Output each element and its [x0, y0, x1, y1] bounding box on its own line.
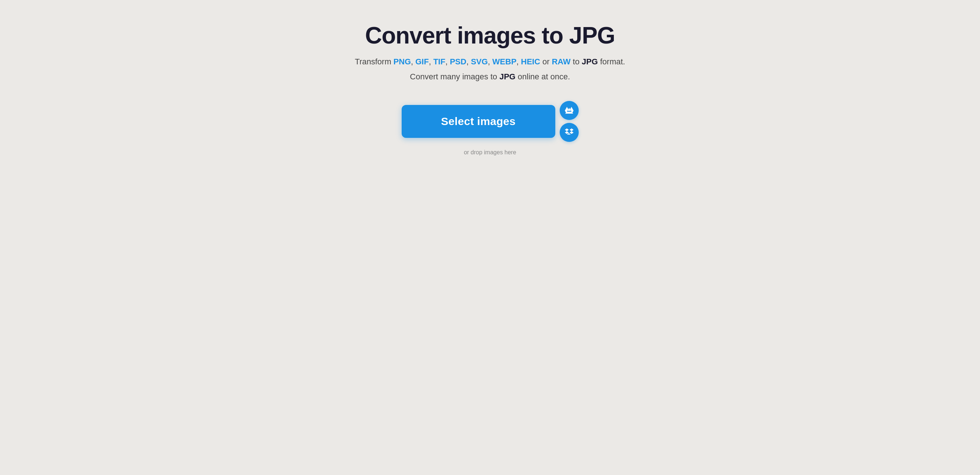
google-drive-icon	[565, 106, 574, 115]
subtitle-line2: Convert many images to JPG online at onc…	[410, 71, 570, 83]
subtitle-line1: Transform PNG, GIF, TIF, PSD, SVG, WEBP,…	[355, 56, 625, 68]
format-tif: TIF	[433, 57, 445, 66]
format-webp: WEBP	[492, 57, 517, 66]
drop-hint: or drop images here	[464, 149, 516, 156]
google-drive-button[interactable]	[560, 101, 579, 120]
dropbox-button[interactable]	[560, 123, 579, 142]
action-area: Select images	[402, 101, 579, 142]
main-content: Convert images to JPG Transform PNG, GIF…	[326, 22, 655, 156]
subtitle-jpg-bold: JPG	[500, 72, 515, 81]
page-title: Convert images to JPG	[365, 22, 615, 49]
select-images-button[interactable]: Select images	[402, 105, 555, 138]
cloud-buttons-container	[560, 101, 579, 142]
format-png: PNG	[394, 57, 411, 66]
format-jpg-target: JPG	[582, 57, 598, 66]
format-heic: HEIC	[521, 57, 540, 66]
format-svg: SVG	[471, 57, 488, 66]
format-raw: RAW	[552, 57, 570, 66]
dropbox-icon	[565, 128, 574, 137]
format-psd: PSD	[450, 57, 466, 66]
format-gif: GIF	[415, 57, 429, 66]
